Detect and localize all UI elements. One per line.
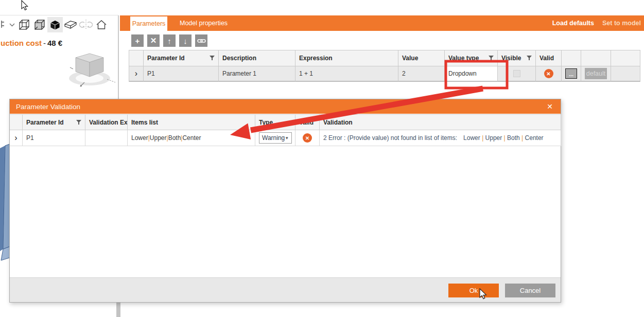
view-orientation-cube[interactable] (63, 46, 117, 93)
filter-icon[interactable] (489, 56, 494, 61)
dlg-cell-validation-expression[interactable] (85, 130, 128, 146)
chevron-down-icon[interactable] (7, 17, 16, 32)
validation-items: Lower | Upper | Both | Center (463, 134, 543, 142)
load-defaults-button[interactable]: Load defaults (552, 20, 594, 27)
link-parameter-button[interactable] (195, 34, 207, 47)
home-icon[interactable] (94, 17, 109, 32)
move-down-button[interactable]: ↓ (179, 34, 192, 47)
set-to-model-button[interactable]: Set to model (602, 20, 641, 27)
error-icon: ✕ (544, 69, 553, 78)
param-cell-empty (611, 66, 640, 82)
param-header-value[interactable]: Value (398, 50, 445, 66)
parameter-grid-toolbar: + ✕ ↑ ↓ (131, 34, 207, 47)
parameter-validation-dialog: Parameter Validation ✕ Parameter Id Vali… (9, 99, 561, 303)
param-header-value-type[interactable]: Value type (445, 50, 498, 66)
param-header-parameter-id[interactable]: Parameter Id (144, 50, 219, 66)
add-parameter-button[interactable]: + (131, 34, 144, 47)
ok-button[interactable]: Ok (448, 284, 499, 297)
error-icon: ✕ (303, 133, 312, 143)
production-cost-separator: - (42, 39, 47, 47)
section-wedge-icon[interactable] (63, 17, 78, 32)
param-cell-value-type[interactable]: Dropdown (445, 66, 498, 82)
dlg-cell-parameter-id[interactable]: P1 (23, 130, 85, 146)
dialog-titlebar[interactable]: Parameter Validation ✕ (10, 99, 561, 114)
param-header-expression[interactable]: Expression (295, 50, 398, 66)
dlg-header-parameter-id[interactable]: Parameter Id (23, 115, 85, 130)
param-header-visible[interactable]: Visible (498, 50, 536, 66)
dlg-header-expander (10, 115, 23, 130)
delete-parameter-button[interactable]: ✕ (147, 34, 160, 47)
chevron-down-icon: ▼ (285, 136, 289, 140)
default-button[interactable]: default (585, 68, 607, 79)
pin-icon[interactable] (0, 17, 7, 32)
param-cell-value[interactable]: 2 (398, 66, 445, 82)
production-cost-label: uction cost-48 € (1, 39, 62, 47)
param-cell-parameter-id[interactable]: P1 (144, 66, 219, 82)
dlg-header-valid[interactable]: Valid (295, 115, 320, 130)
filter-icon[interactable] (210, 56, 215, 61)
param-header-extra3 (611, 50, 640, 66)
param-header-expander (129, 50, 144, 66)
validation-message: 2 Error : (Provide value) not found in l… (323, 134, 457, 142)
dlg-cell-validation: 2 Error : (Provide value) not found in l… (320, 130, 561, 146)
close-icon[interactable]: ✕ (544, 101, 555, 112)
dlg-cell-items-list[interactable]: Lower | Upper | Both | Center (128, 130, 255, 146)
parameters-table: Parameter Id Description Expression Valu… (129, 50, 640, 82)
panel-splitter[interactable] (118, 15, 119, 99)
cancel-button[interactable]: Cancel (505, 284, 555, 297)
production-cost-text: uction cost (1, 39, 42, 47)
param-header-extra1 (562, 50, 581, 66)
view-toolbar (0, 16, 109, 33)
dlg-header-validation-expression[interactable]: Validation Expression (85, 115, 128, 130)
filter-icon[interactable] (76, 120, 81, 125)
mouse-cursor (21, 0, 31, 12)
tab-parameters[interactable]: Parameters (130, 16, 167, 31)
production-cost-value: 48 € (47, 39, 62, 47)
dlg-cell-type: Warning ▼ (255, 130, 295, 146)
type-select[interactable]: Warning ▼ (259, 132, 292, 144)
dlg-cell-valid: ✕ (295, 130, 320, 146)
param-header-extra2 (581, 50, 611, 66)
param-cell-expression[interactable]: 1 + 1 (295, 66, 398, 82)
panel-splitter-bottom[interactable] (116, 301, 120, 317)
param-cell-valid: ✕ (536, 66, 562, 82)
solid-cube-icon[interactable] (47, 17, 63, 32)
parameters-tabbar: Parameters Model properties Load default… (120, 15, 644, 31)
param-row-expander[interactable]: › (129, 66, 144, 82)
param-cell-default: default (581, 66, 611, 82)
flip-rotate-icon[interactable] (78, 17, 94, 32)
dlg-header-validation[interactable]: Validation (320, 115, 561, 130)
param-header-valid[interactable]: Valid (536, 50, 562, 66)
param-cell-visible[interactable] (498, 66, 536, 82)
left-panel-divider (0, 15, 118, 15)
param-cell-ellipsis: ... (562, 66, 581, 82)
dlg-row-expander[interactable]: › (10, 130, 23, 146)
move-up-button[interactable]: ↑ (163, 34, 176, 47)
filter-icon[interactable] (527, 56, 532, 61)
validation-table: Parameter Id Validation Expression Items… (10, 114, 561, 146)
visible-checkbox[interactable] (513, 70, 520, 77)
dialog-footer: Ok Cancel (10, 277, 561, 302)
wireframe-cube-icon[interactable] (16, 17, 32, 32)
link-icon (197, 38, 206, 44)
param-header-description[interactable]: Description (219, 50, 295, 66)
dialog-title: Parameter Validation (16, 103, 80, 111)
param-cell-description[interactable]: Parameter 1 (219, 66, 295, 82)
open-validation-button[interactable]: ... (565, 68, 577, 79)
shaded-cube-icon[interactable] (32, 17, 47, 32)
tab-model-properties[interactable]: Model properties (172, 15, 235, 31)
dlg-header-type[interactable]: Type (255, 115, 295, 130)
dlg-header-items-list[interactable]: Items list (128, 115, 255, 130)
